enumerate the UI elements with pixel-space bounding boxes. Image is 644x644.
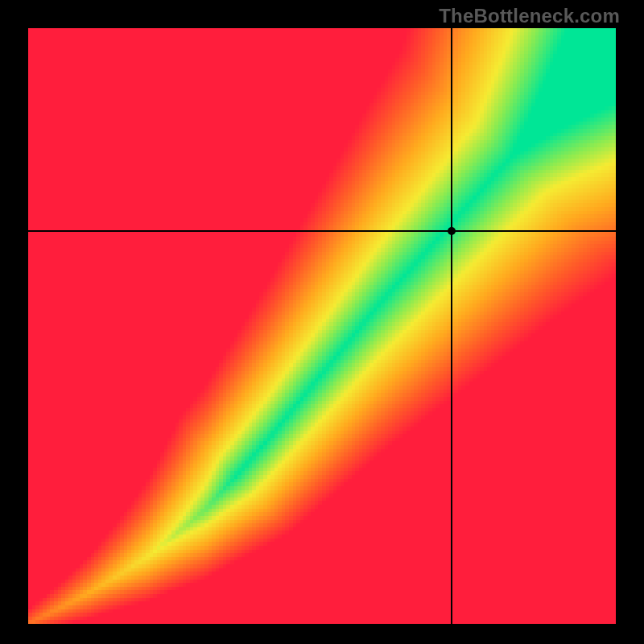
watermark-text: TheBottleneck.com — [439, 5, 620, 27]
bottleneck-heatmap — [28, 28, 616, 624]
chart-frame: TheBottleneck.com — [0, 0, 644, 644]
